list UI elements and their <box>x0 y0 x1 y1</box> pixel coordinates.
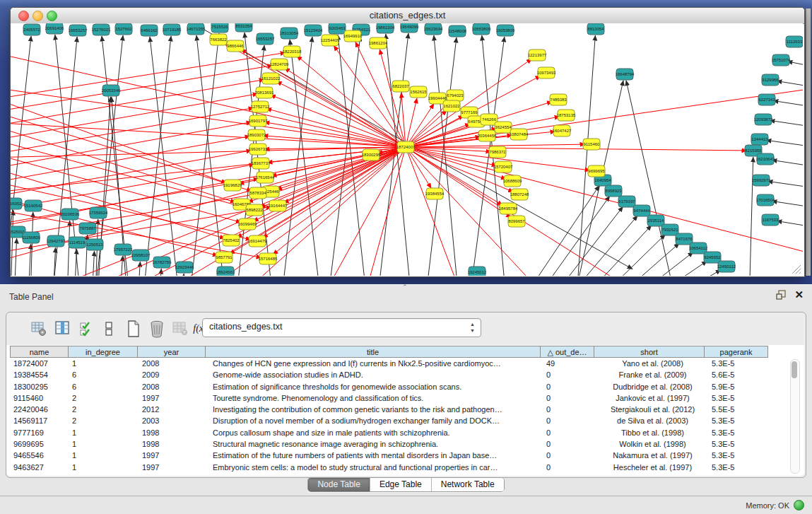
graph-node[interactable]: 12093872 <box>754 114 773 125</box>
table-row[interactable]: 911546021997Tourette syndrome. Phenomeno… <box>10 392 772 404</box>
clear-selection-icon[interactable] <box>99 319 119 339</box>
graph-node[interactable]: 20053346 <box>102 85 121 96</box>
select-columns-icon[interactable] <box>77 319 97 339</box>
table-select-dropdown[interactable]: citations_edges.txt ▲▼ <box>202 318 481 337</box>
graph-node[interactable]: 16782759 <box>153 257 172 268</box>
graph-node[interactable]: 18753135 <box>557 110 576 121</box>
delete-table-icon[interactable] <box>170 319 190 339</box>
graph-node[interactable]: 3624554 <box>495 122 512 133</box>
graph-node[interactable]: 7932621 <box>661 224 678 235</box>
graph-node[interactable]: 9866446 <box>227 40 244 52</box>
graph-node[interactable]: 2405572 <box>23 24 40 35</box>
splitter-handle[interactable]: ⌃ <box>402 284 408 291</box>
graph-node[interactable]: 20364456 <box>478 130 497 141</box>
column-header-title[interactable]: title <box>205 346 541 358</box>
graph-node[interactable]: 16121022 <box>261 73 281 84</box>
graph-node[interactable]: 9699695 <box>588 165 605 177</box>
graph-node[interactable]: 9203463 <box>329 23 346 34</box>
graph-node[interactable]: 10719185 <box>163 24 182 35</box>
table-scrollbar[interactable] <box>790 359 800 474</box>
column-header-year[interactable]: year <box>137 346 206 358</box>
graph-node[interactable]: 10688609 <box>503 175 522 187</box>
table-row[interactable]: 977716911998Corpus callosum shape and si… <box>10 427 772 438</box>
graph-node[interactable]: 9115460 <box>583 139 600 150</box>
graph-node[interactable]: 10973493 <box>537 67 556 78</box>
graph-node[interactable]: 6822037 <box>392 81 409 92</box>
graph-node[interactable]: 15992971 <box>752 175 771 186</box>
table-row[interactable]: 946362711997Embryonic stem cells: a mode… <box>10 462 772 473</box>
graph-node[interactable]: 6179197 <box>618 196 635 207</box>
create-column-icon[interactable] <box>124 319 143 339</box>
graph-node[interactable]: 16553257 <box>256 33 275 45</box>
graph-node[interactable]: 16949910 <box>343 30 363 42</box>
graph-node[interactable]: 15276021 <box>92 24 111 35</box>
window-titlebar[interactable]: citations_edges.txt <box>11 8 804 24</box>
graph-node[interactable]: 14671355 <box>187 23 206 35</box>
graph-node[interactable]: 19861304 <box>376 23 395 33</box>
delete-column-icon[interactable] <box>147 319 167 339</box>
graph-node[interactable]: 19926731 <box>249 144 268 155</box>
graph-node[interactable]: 5878334 <box>249 187 266 199</box>
column-header-short[interactable]: short <box>594 346 705 358</box>
graph-node[interactable]: 1562615 <box>410 86 427 98</box>
column-header-pagerank[interactable]: pagerank <box>704 346 768 358</box>
graph-node[interactable]: 17016504 <box>756 194 775 206</box>
graph-node[interactable]: 10958107 <box>131 250 151 261</box>
graph-node[interactable]: 1250513 <box>86 239 103 250</box>
graph-node[interactable]: 2935114 <box>647 215 664 226</box>
graph-node[interactable]: 19245012 <box>468 267 487 276</box>
graph-node[interactable]: 9857791 <box>216 252 233 263</box>
graph-node[interactable]: 20691406 <box>45 23 64 34</box>
table-row[interactable]: 946554611997Estimation of the future num… <box>10 450 772 461</box>
graph-node[interactable]: 16099469 <box>238 218 257 230</box>
graph-node[interactable]: 7515526 <box>211 23 228 33</box>
graph-node[interactable]: 7986372 <box>489 146 506 158</box>
graph-node[interactable]: 12254409 <box>321 35 340 46</box>
graph-node[interactable]: 11548008 <box>448 25 467 37</box>
resize-grip[interactable] <box>792 264 801 274</box>
graph-node[interactable]: 2016052 <box>11 198 22 209</box>
graph-node[interactable]: 9129966 <box>762 74 779 86</box>
graph-node[interactable]: 8813054 <box>587 23 604 35</box>
graph-node[interactable]: 16901797 <box>249 115 268 127</box>
graph-node[interactable]: 20206536 <box>61 209 80 220</box>
graph-node[interactable]: 19861204 <box>369 37 388 49</box>
graph-node[interactable]: 7825402 <box>223 235 240 246</box>
graph-node[interactable]: 17359924 <box>89 207 108 218</box>
graph-node[interactable]: 18220318 <box>283 46 302 57</box>
graph-node[interactable]: 8471676 <box>676 233 693 245</box>
network-window[interactable]: citations_edges.txt 24055722069140616653… <box>10 7 805 277</box>
graph-node[interactable]: 10807484 <box>510 129 529 140</box>
graph-node[interactable]: 1114519 <box>69 237 86 248</box>
graph-node[interactable]: 7485083 <box>550 94 567 105</box>
show-columns-icon[interactable] <box>53 319 73 339</box>
graph-node[interactable]: 1167533 <box>762 214 779 226</box>
graph-node[interactable]: 18495784 <box>499 203 518 214</box>
graph-node[interactable]: 8958923 <box>605 185 622 197</box>
graph-node[interactable]: 9245652 <box>704 252 721 263</box>
graph-node[interactable]: 11156809 <box>22 232 40 243</box>
graph-node[interactable]: 16053809 <box>496 25 515 36</box>
graph-node[interactable]: 8531054 <box>235 23 252 32</box>
table-row[interactable]: 1456911722003Disruption of a novel membe… <box>10 415 772 426</box>
graph-node[interactable]: 9227343 <box>758 94 775 105</box>
table-row[interactable]: 969969511998Structural magnetic resonanc… <box>10 438 772 450</box>
graph-node[interactable]: 19384554 <box>425 188 445 199</box>
graph-node[interactable]: 8099657 <box>508 216 525 227</box>
graph-node[interactable]: 1621022 <box>443 100 460 112</box>
graph-node[interactable]: 18924563 <box>216 267 235 276</box>
graph-node[interactable]: 17957223 <box>114 244 133 255</box>
graph-node[interactable]: 6466162 <box>141 25 158 36</box>
graph-node[interactable]: 19164447 <box>269 200 288 211</box>
graph-node[interactable]: 12450112 <box>717 261 736 272</box>
graph-node[interactable]: 12923446 <box>175 262 194 273</box>
graph-node[interactable]: 18903072 <box>247 129 266 141</box>
graph-node[interactable]: 15751074 <box>772 54 791 66</box>
table-row[interactable]: 1938455462009Genome-wide association stu… <box>10 369 772 380</box>
table-row[interactable]: 1830029562008Estimation of significance … <box>10 381 772 392</box>
graph-node[interactable]: 12824709 <box>270 59 289 70</box>
graph-node[interactable]: 18367737 <box>252 158 271 169</box>
graph-node[interactable]: 19549099 <box>400 23 419 33</box>
tab-network-table[interactable]: Network Table <box>432 478 504 491</box>
tab-node-table[interactable]: Node Table <box>308 478 370 491</box>
